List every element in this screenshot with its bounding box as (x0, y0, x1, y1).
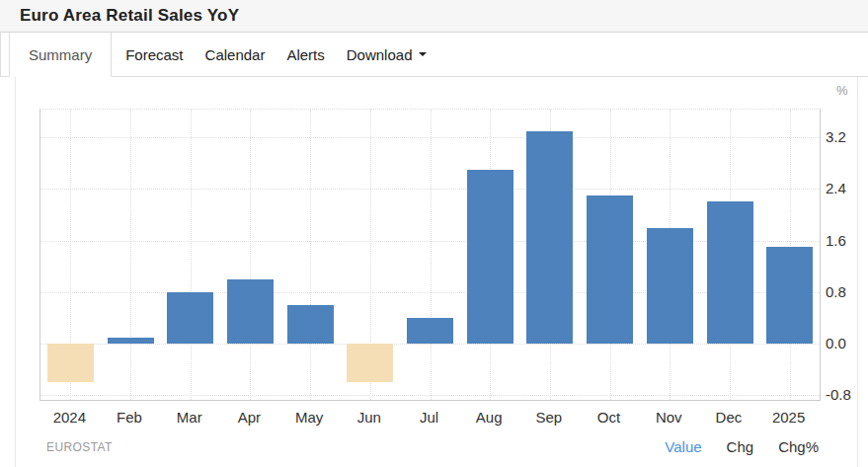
bar-nov[interactable] (647, 228, 693, 345)
page-header: Euro Area Retail Sales YoY (0, 0, 868, 33)
bar-jun[interactable] (347, 344, 393, 382)
y-axis-tick-label: 3.2 (826, 128, 846, 145)
x-axis-label: Sep (519, 409, 580, 426)
gridline-vertical (250, 110, 251, 400)
x-axis: 2024FebMarAprMayJunJulAugSepOctNovDec202… (39, 409, 819, 426)
bar-feb[interactable] (108, 338, 154, 345)
gridline-vertical (191, 110, 192, 400)
gridline-vertical (310, 110, 311, 400)
gridline-vertical (130, 110, 131, 400)
tab-label: Summary (29, 46, 92, 63)
bar-aug[interactable] (467, 170, 513, 344)
bar-mar[interactable] (167, 292, 213, 344)
plot-area (39, 109, 821, 401)
x-axis-label: 2025 (758, 409, 819, 426)
bar-dec[interactable] (707, 201, 753, 344)
x-axis-label: 2024 (39, 409, 100, 426)
tab-label: Alerts (286, 46, 324, 63)
tab-label: Calendar (205, 46, 266, 63)
x-axis-label: Dec (699, 409, 759, 426)
gridline-vertical (431, 110, 432, 400)
tab-summary[interactable]: Summary (9, 33, 112, 77)
bar-2025[interactable] (766, 247, 813, 344)
x-axis-label: Mar (159, 409, 219, 426)
x-axis-label: May (279, 409, 340, 426)
footer-link-chgpct[interactable]: Chg% (778, 438, 819, 455)
page-title: Euro Area Retail Sales YoY (20, 6, 239, 26)
bar-may[interactable] (287, 305, 334, 344)
y-axis-tick-label: 1.6 (826, 231, 846, 248)
x-axis-label: Apr (219, 409, 279, 426)
tab-label: Forecast (125, 46, 183, 63)
bar-jul[interactable] (407, 318, 453, 344)
tab-label: Download (347, 46, 413, 63)
source-label: EUROSTAT (46, 440, 113, 454)
y-axis-tick-label: -0.8 (826, 386, 851, 403)
y-axis-tick-label: 0.8 (826, 282, 846, 299)
chart-panel: % 3.22.41.60.80.0-0.8 2024FebMarAprMayJu… (15, 77, 858, 467)
tab-bar: SummaryForecastCalendarAlertsDownload (0, 33, 868, 77)
y-axis-tick-label: 2.4 (826, 180, 846, 196)
footer-link-chg[interactable]: Chg (727, 438, 754, 455)
bar-2024[interactable] (47, 344, 94, 382)
y-axis-unit-label: % (836, 83, 848, 98)
x-axis-label: Oct (579, 409, 639, 426)
tab-forecast[interactable]: Forecast (115, 33, 194, 76)
y-axis-tick-label: 0.0 (826, 335, 846, 351)
caret-down-icon (419, 52, 427, 56)
x-axis-label: Aug (459, 409, 519, 426)
x-axis-label: Jul (399, 409, 459, 426)
tab-calendar[interactable]: Calendar (195, 33, 276, 76)
bar-sep[interactable] (526, 131, 573, 345)
footer-link-value[interactable]: Value (665, 438, 701, 455)
x-axis-label: Nov (639, 409, 699, 426)
chart-footer: EUROSTAT ValueChgChg% (46, 438, 819, 455)
x-axis-label: Feb (100, 409, 160, 426)
x-axis-label: Jun (339, 409, 399, 426)
tab-download[interactable]: Download (336, 33, 438, 76)
tab-alerts[interactable]: Alerts (276, 33, 335, 76)
bar-apr[interactable] (227, 279, 274, 344)
footer-links: ValueChgChg% (665, 438, 819, 455)
bar-oct[interactable] (587, 195, 633, 344)
